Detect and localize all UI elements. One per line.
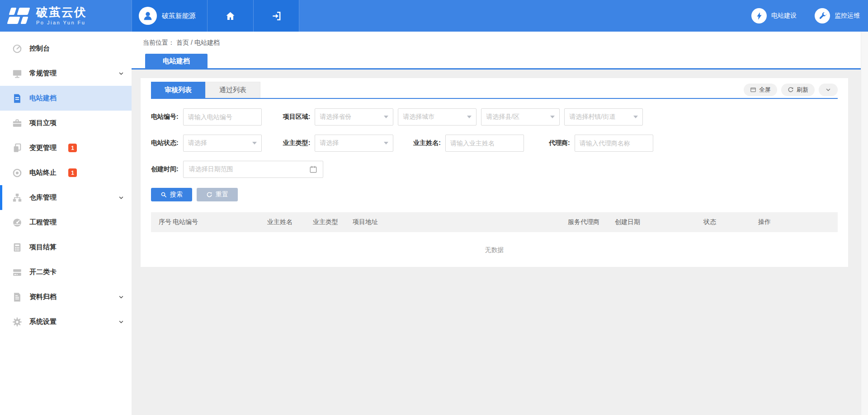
reset-button[interactable]: 重置 [197, 188, 238, 201]
col-actions: 操作 [758, 218, 838, 226]
main-content: 当前位置： 首页 / 电站建档 电站建档 审核列表 通过列表 全屏 刷新 [132, 32, 868, 415]
notification-badge: 1 [68, 144, 77, 152]
collapse-button[interactable] [819, 84, 838, 96]
breadcrumb: 当前位置： 首页 / 电站建档 [132, 32, 868, 47]
nav-station-build-label: 电站建设 [771, 12, 797, 20]
region-label: 项目区域: [283, 113, 311, 121]
archive-icon [12, 292, 22, 302]
owner-type-label: 业主类型: [283, 139, 311, 147]
col-owner-name: 业主姓名 [267, 218, 313, 226]
agent-label: 代理商: [549, 139, 570, 147]
caret-down-icon [550, 116, 555, 118]
sitemap-icon [12, 193, 22, 203]
station-status-select[interactable]: 请选择 [183, 135, 262, 152]
sidebar-item-project-settlement[interactable]: 项目结算 [0, 235, 132, 260]
sidebar-item-open-card[interactable]: 开二类卡 [0, 260, 132, 284]
copy-icon [12, 143, 22, 153]
col-seq: 序号 [159, 218, 173, 226]
sidebar-item-engineering-mgmt[interactable]: 工程管理 [0, 210, 132, 235]
create-time-label: 创建时间: [151, 165, 179, 173]
sidebar-item-general-mgmt[interactable]: 常规管理 [0, 61, 132, 86]
col-status: 状态 [703, 218, 758, 226]
chevron-down-icon [118, 319, 124, 325]
refresh-button[interactable]: 刷新 [781, 84, 815, 96]
breadcrumb-separator: / [191, 39, 193, 47]
gear-icon [12, 317, 22, 327]
sidebar-item-warehouse-mgmt[interactable]: 仓库管理 [0, 185, 132, 210]
city-select[interactable]: 请选择城市 [398, 108, 476, 126]
brand-logo: 破茧云伏 Po Jian Yun Fu [0, 0, 132, 32]
province-select[interactable]: 请选择省份 [315, 108, 393, 126]
home-button[interactable] [208, 0, 254, 32]
col-service-agent: 服务代理商 [568, 218, 615, 226]
nav-station-build[interactable]: 电站建设 [751, 8, 797, 23]
table-header: 序号 电站编号 业主姓名 业主类型 项目地址 服务代理商 创建日期 状态 操作 [151, 212, 838, 232]
logout-button[interactable] [254, 0, 299, 32]
tab-review-list[interactable]: 审核列表 [151, 82, 205, 98]
caret-down-icon [467, 116, 472, 118]
briefcase-icon [12, 118, 22, 128]
record-icon [12, 168, 22, 178]
station-status-label: 电站状态: [151, 139, 179, 147]
brand-logo-icon [7, 6, 31, 25]
chevron-down-icon [825, 87, 831, 93]
brand-subtitle: Po Jian Yun Fu [36, 20, 87, 25]
fullscreen-button[interactable]: 全屏 [744, 84, 777, 96]
logout-icon [271, 11, 282, 21]
calendar-icon [309, 165, 317, 173]
owner-type-select[interactable]: 请选择 [315, 135, 393, 152]
owner-name-label: 业主姓名: [413, 139, 441, 147]
card-icon [12, 267, 22, 277]
county-select[interactable]: 请选择县/区 [481, 108, 560, 126]
station-no-input[interactable] [183, 108, 262, 126]
station-no-label: 电站编号: [151, 113, 179, 121]
content-panel: 审核列表 通过列表 全屏 刷新 [141, 78, 848, 267]
monitor-icon [12, 69, 22, 79]
page-tab-station-archive[interactable]: 电站建档 [145, 54, 208, 68]
col-station-no: 电站编号 [173, 218, 267, 226]
lightning-icon [755, 12, 764, 20]
reset-icon [206, 191, 212, 198]
sidebar-item-change-mgmt[interactable]: 变更管理 1 [0, 135, 132, 160]
empty-state-text: 无数据 [151, 232, 838, 268]
caret-down-icon [252, 142, 257, 145]
sidebar-item-station-termination[interactable]: 电站终止 1 [0, 160, 132, 185]
sidebar-item-system-settings[interactable]: 系统设置 [0, 309, 132, 334]
user-account-button[interactable]: 破茧新能源 [132, 0, 208, 32]
col-project-address: 项目地址 [353, 218, 568, 226]
company-name: 破茧新能源 [162, 12, 196, 20]
refresh-icon [788, 87, 794, 93]
active-tab-underline [151, 98, 838, 99]
col-owner-type: 业主类型 [313, 218, 353, 226]
calculator-icon [12, 242, 22, 252]
date-range-picker[interactable]: 请选择日期范围 [183, 161, 323, 178]
sidebar-item-project-initiation[interactable]: 项目立项 [0, 111, 132, 135]
nav-monitor-ops[interactable]: 监控运维 [815, 8, 860, 23]
tab-passed-list[interactable]: 通过列表 [205, 82, 260, 98]
user-icon [142, 10, 154, 22]
agent-input[interactable] [575, 135, 653, 152]
col-create-date: 创建日期 [615, 218, 703, 226]
nav-monitor-ops-label: 监控运维 [835, 12, 860, 20]
document-icon [12, 93, 22, 103]
owner-name-input[interactable] [445, 135, 524, 152]
sidebar-item-data-archive[interactable]: 资料归档 [0, 284, 132, 309]
breadcrumb-current: 电站建档 [194, 39, 220, 47]
search-button[interactable]: 搜索 [151, 188, 192, 201]
sidebar-item-station-archive[interactable]: 电站建档 [0, 86, 132, 111]
fullscreen-icon [750, 87, 756, 93]
caret-down-icon [633, 116, 638, 118]
wrench-icon [818, 12, 827, 20]
brand-title: 破茧云伏 [36, 6, 87, 18]
notification-badge: 1 [68, 168, 77, 177]
breadcrumb-home[interactable]: 首页 [176, 39, 189, 47]
home-icon [225, 11, 236, 21]
sidebar-item-console[interactable]: 控制台 [0, 36, 132, 61]
avatar [139, 7, 157, 25]
town-select[interactable]: 请选择村镇/街道 [564, 108, 643, 126]
chevron-down-icon [118, 195, 124, 201]
breadcrumb-prefix: 当前位置： [143, 39, 175, 47]
scrollbar-track[interactable] [861, 32, 868, 415]
caret-down-icon [384, 116, 388, 118]
chevron-down-icon [118, 294, 124, 300]
